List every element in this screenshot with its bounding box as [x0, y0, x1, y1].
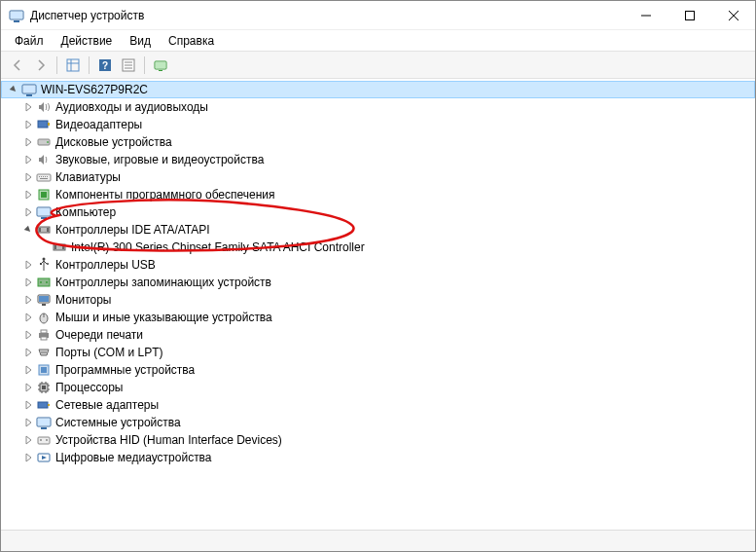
tree-category-print-queues[interactable]: Очереди печати: [1, 326, 755, 344]
device-tree[interactable]: WIN-EVS627P9R2C Аудиовходы и аудиовыходы…: [1, 79, 755, 530]
menu-help[interactable]: Справка: [161, 32, 222, 50]
expand-toggle[interactable]: [20, 362, 36, 378]
expand-toggle[interactable]: [20, 450, 36, 465]
tree-category-software-devices[interactable]: Программные устройства: [1, 361, 755, 379]
expand-toggle[interactable]: [20, 275, 36, 290]
speaker-icon: [36, 99, 52, 115]
scan-hardware-button[interactable]: [150, 55, 171, 76]
tree-device-sata-ahci[interactable]: Intel(R) 300 Series Chipset Family SATA …: [1, 239, 755, 256]
menu-view[interactable]: Вид: [122, 32, 159, 50]
category-label: Системные устройства: [55, 416, 181, 429]
help-button[interactable]: ?: [94, 55, 116, 76]
category-label: Устройства HID (Human Interface Devices): [55, 433, 282, 447]
tree-category-ide-ata-atapi[interactable]: Контроллеры IDE ATA/ATAPI: [1, 221, 755, 239]
category-label: Контроллеры IDE ATA/ATAPI: [55, 223, 210, 237]
svg-rect-57: [41, 337, 47, 340]
svg-point-25: [47, 141, 49, 143]
expand-toggle[interactable]: [20, 380, 36, 395]
menubar: Файл Действие Вид Справка: [1, 30, 755, 52]
expand-toggle[interactable]: [6, 82, 21, 97]
disk-drive-icon: [36, 134, 52, 150]
svg-rect-18: [159, 70, 162, 71]
expand-toggle[interactable]: [20, 187, 36, 202]
expand-toggle[interactable]: [20, 327, 36, 343]
tree-category-computer[interactable]: Компьютер: [1, 203, 755, 221]
svg-rect-2: [14, 20, 19, 22]
minimize-button[interactable]: [624, 1, 667, 29]
cpu-icon: [36, 380, 52, 395]
tree-root[interactable]: WIN-EVS627P9R2C: [1, 81, 755, 98]
ide-controller-icon: [36, 222, 52, 238]
expand-toggle[interactable]: [20, 292, 36, 308]
tree-category-display-adapters[interactable]: Видеоадаптеры: [1, 116, 755, 133]
collapse-toggle[interactable]: [20, 222, 36, 238]
svg-rect-20: [23, 86, 35, 92]
properties-button[interactable]: [118, 55, 139, 76]
tree-category-sound-video-game[interactable]: Звуковые, игровые и видеоустройства: [1, 151, 755, 168]
expand-toggle[interactable]: [20, 169, 36, 185]
tree-category-software-components[interactable]: Компоненты программного обеспечения: [1, 186, 755, 203]
category-label: Компоненты программного обеспечения: [55, 188, 275, 202]
digital-media-icon: [36, 450, 52, 465]
close-button[interactable]: [711, 1, 755, 29]
toolbar: ?: [1, 52, 755, 79]
printer-icon: [36, 327, 52, 343]
tree-category-digital-media[interactable]: Цифровые медиаустройства: [1, 449, 755, 466]
svg-rect-45: [40, 263, 42, 265]
expand-toggle[interactable]: [20, 310, 36, 325]
maximize-button[interactable]: [667, 1, 711, 29]
category-label: Цифровые медиаустройства: [55, 451, 212, 464]
svg-rect-64: [42, 386, 46, 389]
tree-category-monitors[interactable]: Мониторы: [1, 291, 755, 309]
expand-toggle[interactable]: [20, 99, 36, 115]
tree-category-hid[interactable]: Устройства HID (Human Interface Devices): [1, 431, 755, 449]
tree-category-system-devices[interactable]: Системные устройства: [1, 414, 755, 431]
expand-toggle[interactable]: [20, 257, 36, 273]
display-adapter-icon: [36, 117, 52, 132]
category-label: Мониторы: [55, 293, 111, 307]
statusbar: [1, 530, 755, 551]
menu-file[interactable]: Файл: [7, 32, 52, 50]
svg-rect-7: [67, 59, 79, 71]
expand-toggle[interactable]: [20, 345, 36, 360]
expand-toggle[interactable]: [20, 134, 36, 150]
category-label: Клавиатуры: [55, 170, 121, 184]
tree-category-network-adapters[interactable]: Сетевые адаптеры: [1, 396, 755, 414]
svg-rect-22: [38, 121, 48, 128]
expand-toggle[interactable]: [20, 117, 36, 132]
svg-point-49: [46, 281, 48, 283]
show-hide-tree-button[interactable]: [62, 55, 84, 76]
tree-category-disk-drives[interactable]: Дисковые устройства: [1, 133, 755, 151]
computer-icon: [21, 82, 37, 97]
back-button[interactable]: [7, 55, 28, 76]
tree-category-keyboards[interactable]: Клавиатуры: [1, 168, 755, 186]
tree-category-storage-controllers[interactable]: Контроллеры запоминающих устройств: [1, 274, 755, 291]
window-controls: [624, 1, 755, 29]
tree-category-mice-pointing[interactable]: Мыши и иные указывающие устройства: [1, 309, 755, 326]
expand-toggle[interactable]: [20, 397, 36, 413]
expand-toggle[interactable]: [20, 432, 36, 448]
category-label: Видеоадаптеры: [55, 118, 142, 131]
expand-toggle[interactable]: [20, 152, 36, 167]
svg-rect-47: [38, 278, 50, 286]
svg-point-59: [43, 351, 45, 353]
menu-action[interactable]: Действие: [54, 32, 121, 50]
svg-point-60: [45, 351, 47, 353]
category-label: Контроллеры запоминающих устройств: [55, 276, 271, 289]
forward-button[interactable]: [30, 55, 52, 76]
expand-toggle[interactable]: [20, 204, 36, 220]
computer-icon: [36, 204, 52, 220]
category-label: Компьютер: [55, 205, 116, 219]
svg-rect-17: [156, 62, 165, 68]
tree-root-label: WIN-EVS627P9R2C: [41, 83, 148, 96]
svg-rect-31: [47, 176, 48, 177]
svg-rect-37: [41, 217, 47, 219]
svg-point-80: [46, 439, 48, 441]
svg-rect-74: [48, 404, 50, 406]
titlebar: Диспетчер устройств: [1, 1, 755, 30]
tree-category-processors[interactable]: Процессоры: [1, 379, 755, 396]
tree-category-usb-controllers[interactable]: Контроллеры USB: [1, 256, 755, 274]
tree-category-ports[interactable]: Порты (COM и LPT): [1, 344, 755, 361]
expand-toggle[interactable]: [20, 415, 36, 430]
tree-category-audio-io[interactable]: Аудиовходы и аудиовыходы: [1, 98, 755, 116]
